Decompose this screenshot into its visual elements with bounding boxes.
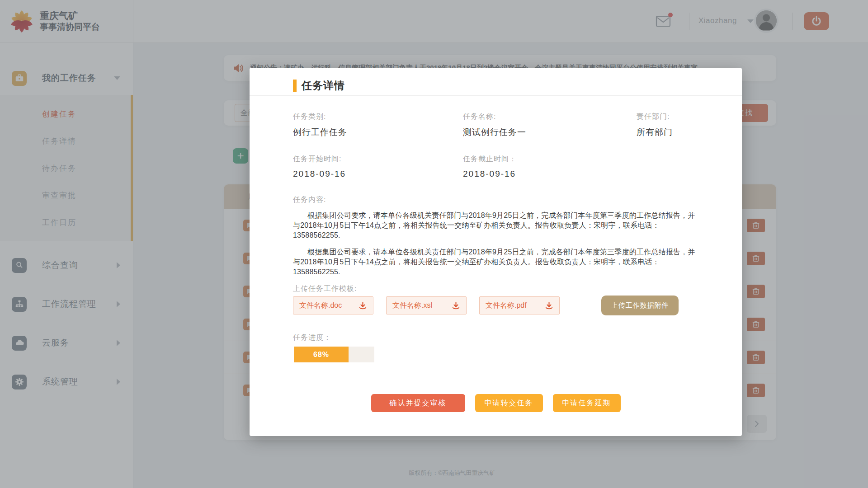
divider [250, 95, 742, 96]
download-icon [452, 301, 460, 310]
field-value: 2018-09-16 [293, 169, 463, 179]
task-content-text: 根据集团公司要求，请本单位各级机关责任部门与2018年9月25日之前，完成各部门… [293, 211, 700, 284]
file-chip-xsl[interactable]: 文件名称.xsl [386, 296, 467, 314]
file-name: 文件名称.doc [299, 301, 342, 310]
field-value: 例行工作任务 [293, 127, 463, 138]
confirm-submit-button[interactable]: 确认并提交审核 [371, 394, 465, 412]
transfer-task-button[interactable]: 申请转交任务 [475, 394, 543, 412]
field-value: 测试例行任务一 [463, 127, 637, 138]
field-row-2: 任务开始时间: 2018-09-16 任务截止时间： 2018-09-16 [293, 155, 704, 179]
field-value: 所有部门 [637, 127, 704, 138]
progress-label: 任务进度： [293, 333, 331, 343]
file-name: 文件名称.pdf [486, 301, 527, 310]
file-chip-pdf[interactable]: 文件名称.pdf [479, 296, 560, 314]
delay-task-button[interactable]: 申请任务延期 [553, 394, 621, 412]
field-task-category: 任务类别: 例行工作任务 [293, 112, 463, 138]
template-files: 文件名称.doc 文件名称.xsl 文件名称.pdf [293, 296, 560, 314]
modal-actions: 确认并提交审核 申请转交任务 申请任务延期 [250, 394, 742, 412]
file-name: 文件名称.xsl [392, 301, 432, 310]
field-label: 任务截止时间： [463, 155, 637, 164]
field-label: 任务开始时间: [293, 155, 463, 164]
field-responsible-dept: 责任部门: 所有部门 [637, 112, 704, 138]
field-start-date: 任务开始时间: 2018-09-16 [293, 155, 463, 179]
progress-bar: 68% [294, 347, 374, 362]
field-value: 2018-09-16 [463, 169, 637, 179]
modal-title-row: 任务详情 [293, 79, 345, 93]
task-content-paragraph: 根据集团公司要求，请本单位各级机关责任部门与2018年9月25日之前，完成各部门… [293, 211, 700, 240]
app-root: Xiaozhang [0, 0, 868, 488]
download-icon [545, 301, 553, 310]
field-label: 责任部门: [637, 112, 704, 122]
field-label: 任务名称: [463, 112, 637, 122]
title-accent-bar [293, 80, 297, 92]
modal-title: 任务详情 [302, 79, 345, 93]
progress-text: 68% [313, 351, 329, 359]
field-row-1: 任务类别: 例行工作任务 任务名称: 测试例行任务一 责任部门: 所有部门 [293, 112, 704, 138]
upload-attachment-button[interactable]: 上传工作数据附件 [601, 296, 679, 315]
field-task-name: 任务名称: 测试例行任务一 [463, 112, 637, 138]
field-end-date: 任务截止时间： 2018-09-16 [463, 155, 637, 179]
download-icon [359, 301, 367, 310]
progress-fill: 68% [294, 347, 349, 362]
file-chip-doc[interactable]: 文件名称.doc [293, 296, 373, 314]
template-label: 上传任务工作模板: [293, 284, 357, 294]
task-content-paragraph: 根据集团公司要求，请本单位各级机关责任部门与2018年9月25日之前，完成各部门… [293, 247, 700, 277]
field-label: 任务类别: [293, 112, 463, 122]
task-detail-modal: 任务详情 任务类别: 例行工作任务 任务名称: 测试例行任务一 责任部门: 所有… [250, 68, 742, 436]
task-content-label: 任务内容: [293, 195, 326, 205]
